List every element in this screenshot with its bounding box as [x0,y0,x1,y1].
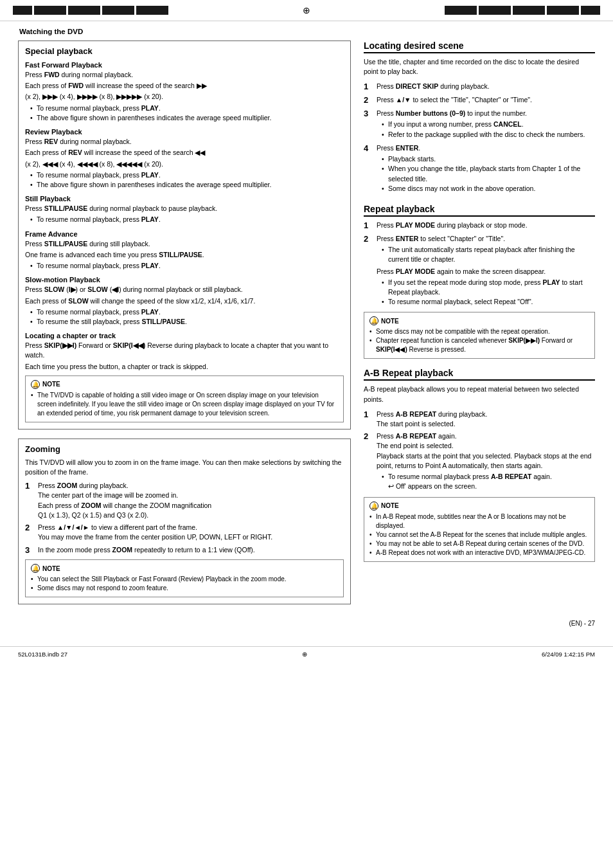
zoom-step-3-content: In the zoom mode press ZOOM repeatedly t… [38,545,344,555]
ab-repeat-title: A-B Repeat playback [364,368,595,381]
page-number-text: (EN) - 27 [569,620,595,627]
rp-step-1-content: Press PLAY MODE during playback or stop … [377,221,595,230]
header-block-r3 [513,6,545,15]
ld-step-3: 3 Press Number buttons (0–9) to input th… [364,109,595,141]
ld-step-1-content: Press DIRECT SKIP during playback. [377,82,595,91]
rev-bullet-1: To resume normal playback, press PLAY. [30,170,344,180]
ff-bullet-1: To resume normal playback, press PLAY. [30,104,344,113]
header-block-4 [102,6,134,15]
repeat-note-header: 🔔 NOTE [369,316,589,325]
sm-line-1: Press SLOW (I▶) or SLOW (◀I) during norm… [25,285,344,294]
locating-title: Locating a chapter or track [25,332,344,339]
locating-desired-section: Locating desired scene Use the title, ch… [364,41,595,195]
zooming-note: 🔔 NOTE You can select the Still Playback… [25,559,344,597]
header-center-icon: ⊕ [303,5,310,15]
locating-subsection: Locating a chapter or track Press SKIP(▶… [25,332,344,372]
frame-advance-title: Frame Advance [25,230,344,238]
loc-line-2: Each time you press the button, a chapte… [25,362,344,372]
locating-desired-intro: Use the title, chapter and time recorded… [364,57,595,77]
review-subsection: Review Playback Press REV during normal … [25,128,344,190]
ab-note-icon: 🔔 [369,502,378,511]
rp-extra: Press PLAY MODE again to make the screen… [377,267,595,276]
rp-extra-b1: If you set the repeat mode during stop m… [382,278,595,297]
ff-bullets: To resume normal playback, press PLAY. T… [30,104,344,123]
frame-advance-subsection: Frame Advance Press STILL/PAUSE during s… [25,230,344,271]
repeat-note-list: Some discs may not be compatible with th… [369,327,589,354]
rp-step-1: 1 Press PLAY MODE during playback or sto… [364,221,595,231]
fa-bullets: To resume normal playback, press PLAY. [30,261,344,271]
footer-right: 6/24/09 1:42:15 PM [542,651,595,658]
ab-note-4: A-B Repeat does not work with an interac… [369,548,589,557]
note-item-1: The TV/DVD is capable of holding a still… [31,391,338,418]
zoom-step-1: 1 Press ZOOM during playback. The center… [25,481,344,520]
zoom-note-label: NOTE [42,565,60,572]
zoom-step-2-num: 2 [25,523,35,534]
repeat-note-1: Some discs may not be compatible with th… [369,327,589,336]
ld-step-1-num: 1 [364,82,374,93]
ab-note-1: In A-B Repeat mode, subtitles near the A… [369,512,589,530]
ld-step-4-num: 4 [364,143,374,154]
zooming-section: Zooming This TV/DVD will allow you to zo… [18,439,351,605]
ff-line-1: Press FWD during normal playback. [25,70,344,80]
zoom-note-1: You can select the Still Playback or Fas… [31,575,338,584]
ab-step-2-num: 2 [364,431,374,442]
special-playback-title: Special playback [25,46,344,56]
header-block-r5 [581,6,600,15]
special-playback-section: Special playback Fast Forward Playback P… [18,41,351,429]
header-blocks-right [445,6,600,15]
rev-line-2: Each press of REV will increase the spee… [25,148,344,158]
ld-step-3-bullets: If you input a wrong number, press CANCE… [382,120,595,139]
repeat-note: 🔔 NOTE Some discs may not be compatible … [364,312,595,359]
rev-line-1: Press REV during normal playback. [25,137,344,147]
ab-repeat-section: A-B Repeat playback A-B repeat playback … [364,368,595,561]
ab-note-label: NOTE [381,502,399,509]
ab-step-2-content: Press A-B REPEAT again. The end point is… [377,431,595,493]
fa-line-2: One frame is advanced each time you pres… [25,250,344,260]
rp-step-2-content: Press ENTER to select "Chapter" or "Titl… [377,234,595,309]
header-block-r1 [445,6,477,15]
rp-step-2-num: 2 [364,234,374,245]
sm-bullets: To resume normal playback, press PLAY. T… [30,307,344,327]
ab-repeat-note: 🔔 NOTE In A-B Repeat mode, subtitles nea… [364,497,595,562]
rev-bullet-2: The above figure shown in parentheses in… [30,180,344,190]
review-title: Review Playback [25,128,344,136]
special-playback-note: 🔔 NOTE The TV/DVD is capable of holding … [25,375,344,422]
ld-step-1: 1 Press DIRECT SKIP during playback. [364,82,595,93]
still-subsection: Still Playback Press STILL/PAUSE during … [25,195,344,224]
slow-motion-title: Slow-motion Playback [25,276,344,284]
header-block-r2 [479,6,511,15]
ld-step-4-b2: When you change the title, playback star… [382,164,595,183]
ld-step-3-num: 3 [364,109,374,120]
zoom-note-header: 🔔 NOTE [31,564,338,573]
sm-bullet-1: To resume normal playback, press PLAY. [30,307,344,317]
repeat-note-label: NOTE [381,318,399,325]
ld-step-3-b2: Refer to the package supplied with the d… [382,130,595,140]
zoom-step-2: 2 Press ▲/▼/◄/► to view a different part… [25,523,344,542]
note-icon: 🔔 [31,380,40,389]
rp-step-2: 2 Press ENTER to select "Chapter" or "Ti… [364,234,595,309]
rp-extra-b2: To resume normal playback, select Repeat… [382,297,595,307]
ff-line-3: (x 2), ▶▶▶ (x 4), ▶▶▶▶ (x 8), ▶▶▶▶▶ (x 2… [25,92,344,102]
still-title: Still Playback [25,195,344,203]
ld-step-4-content: Press ENTER. Playback starts. When you c… [377,143,595,195]
header-block-3 [68,6,100,15]
ab-repeat-intro: A-B repeat playback allows you to repeat… [364,384,595,404]
zooming-steps: 1 Press ZOOM during playback. The center… [25,481,344,556]
ab-note-list: In A-B Repeat mode, subtitles near the A… [369,512,589,557]
left-column: Special playback Fast Forward Playback P… [18,41,351,613]
sm-line-2: Each press of SLOW will change the speed… [25,296,344,306]
rp-step-1-num: 1 [364,221,374,231]
rev-bullets: To resume normal playback, press PLAY. T… [30,170,344,190]
ab-step-2-b1: To resume normal playback press A-B REPE… [382,472,595,491]
rp-step-2-b1: The unit automatically starts repeat pla… [382,245,595,264]
header-blocks-left [13,6,168,15]
repeat-playback-section: Repeat playback 1 Press PLAY MODE during… [364,204,595,359]
sm-bullet-2: To resume the still playback, press STIL… [30,317,344,327]
watching-title: Watching the DVD [18,28,595,35]
ld-step-2-num: 2 [364,95,374,106]
repeat-note-2: Chapter repeat function is canceled when… [369,336,589,354]
ld-step-2-content: Press ▲/▼ to select the "Title", "Chapte… [377,95,595,105]
ff-bullet-2: The above figure shown in parentheses in… [30,113,344,123]
ld-step-4: 4 Press ENTER. Playback starts. When you… [364,143,595,195]
still-bullet-1: To resume normal playback, press PLAY. [30,215,344,224]
